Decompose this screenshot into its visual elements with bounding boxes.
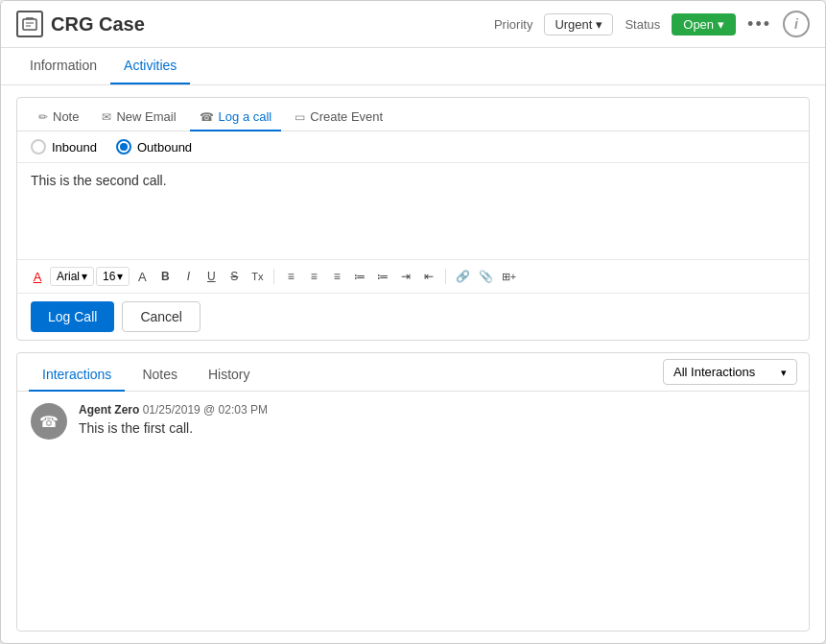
svg-rect-0 [23,19,36,30]
interaction-text: This is the first call. [79,420,795,436]
radio-outbound[interactable]: Outbound [116,139,192,155]
attachment-icon[interactable]: 📎 [475,266,496,287]
interactions-panel: Interactions Notes History All Interacti… [16,352,810,632]
outdent-icon[interactable]: ⇤ [418,266,439,287]
radio-inbound-circle [31,139,46,155]
bullet-list-icon[interactable]: ≔ [349,266,370,287]
email-icon: ✉ [102,110,111,124]
strikethrough-icon[interactable]: S [224,266,245,287]
priority-value: Urgent [555,17,592,32]
header-controls: Priority Urgent ▾ Status Open ▾ ••• i [494,11,810,37]
status-button[interactable]: Open ▾ [672,13,736,36]
top-tab-bar: Information Activities [1,48,825,85]
italic-icon[interactable]: I [177,266,199,287]
interaction-item: ☎ Agent Zero 01/25/2019 @ 02:03 PM This … [17,392,809,451]
font-color-icon[interactable]: A [27,266,48,287]
interactions-tab-bar: Interactions Notes History [29,359,264,391]
clear-format-icon[interactable]: Tx [247,266,268,287]
indent-icon[interactable]: ⇥ [395,266,416,287]
filter-label: All Interactions [673,365,755,379]
priority-chevron-icon: ▾ [596,17,602,32]
cancel-button[interactable]: Cancel [122,301,201,332]
tab-new-email[interactable]: ✉ New Email [92,104,185,131]
action-buttons: Log Call Cancel [17,293,809,340]
font-size-select[interactable]: 16 ▾ [96,267,130,286]
font-size-chevron: ▾ [117,270,123,283]
avatar: ☎ [31,403,67,440]
title-group: CRG Case [16,11,494,37]
align-left-icon[interactable]: ≡ [280,266,301,287]
activity-panel: ✏ Note ✉ New Email ☎ Log a call ▭ Create… [16,97,810,341]
tab-notes[interactable]: Notes [129,359,191,392]
call-notes-area[interactable]: This is the second call. [17,163,809,259]
font-color-a-icon[interactable]: A [131,266,153,287]
tab-log-call[interactable]: ☎ Log a call [190,104,282,131]
status-chevron-icon: ▾ [718,17,724,32]
info-icon: i [794,16,798,32]
main-content: ✏ Note ✉ New Email ☎ Log a call ▭ Create… [1,85,825,643]
interaction-timestamp: 01/25/2019 @ 02:03 PM [143,403,268,417]
align-right-icon[interactable]: ≡ [326,266,347,287]
tab-information[interactable]: Information [16,48,110,84]
insert-table-icon[interactable]: ⊞+ [498,266,519,287]
call-direction-row: Inbound Outbound [17,131,809,163]
tab-activities[interactable]: Activities [110,48,190,84]
font-size-value: 16 [103,270,115,283]
tab-interactions[interactable]: Interactions [29,359,125,392]
note-icon: ✏ [38,110,48,124]
tab-create-event[interactable]: ▭ Create Event [285,104,392,131]
activity-tab-bar: ✏ Note ✉ New Email ☎ Log a call ▭ Create… [17,98,809,131]
bold-icon[interactable]: B [154,266,176,287]
interaction-meta: Agent Zero 01/25/2019 @ 02:03 PM [79,403,795,417]
font-family-chevron: ▾ [82,270,87,283]
priority-label: Priority [494,17,532,32]
font-family-value: Arial [57,270,80,283]
log-call-button[interactable]: Log Call [31,301,114,332]
call-notes-text: This is the second call. [31,173,795,250]
filter-chevron-icon [781,365,787,379]
editor-toolbar: A Arial ▾ 16 ▾ A B I U S Tx ≡ ≡ ≡ ≔ [17,259,809,293]
status-label: Status [625,17,660,32]
toolbar-separator-2 [445,269,446,284]
tab-history[interactable]: History [195,359,264,392]
more-options-button[interactable]: ••• [747,14,771,35]
numbered-list-icon[interactable]: ≔ [372,266,393,287]
font-family-select[interactable]: Arial ▾ [50,267,94,286]
case-icon [16,11,43,37]
header: CRG Case Priority Urgent ▾ Status Open ▾… [1,1,825,48]
toolbar-separator-1 [273,269,274,284]
tab-note[interactable]: ✏ Note [29,104,88,131]
filter-dropdown[interactable]: All Interactions [663,359,797,385]
event-icon: ▭ [295,110,305,124]
interactions-header: Interactions Notes History All Interacti… [17,353,809,392]
info-button[interactable]: i [783,11,810,37]
interaction-body: Agent Zero 01/25/2019 @ 02:03 PM This is… [79,403,795,440]
avatar-phone-icon: ☎ [39,413,59,431]
interaction-agent: Agent Zero [79,403,139,417]
priority-button[interactable]: Urgent ▾ [544,13,613,36]
underline-icon[interactable]: U [201,266,222,287]
radio-outbound-circle [116,139,131,155]
phone-icon: ☎ [200,110,214,124]
main-window: CRG Case Priority Urgent ▾ Status Open ▾… [0,0,826,644]
page-title: CRG Case [51,13,145,36]
link-icon[interactable]: 🔗 [452,266,473,287]
align-center-icon[interactable]: ≡ [303,266,324,287]
radio-inbound[interactable]: Inbound [31,139,97,155]
status-value: Open [683,17,714,32]
